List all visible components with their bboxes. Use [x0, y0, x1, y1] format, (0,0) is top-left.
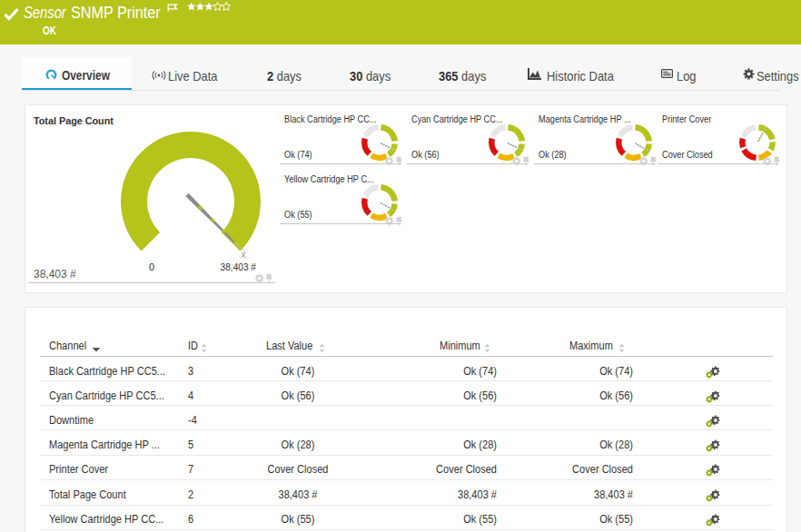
- svg-text:x: x: [242, 250, 246, 260]
